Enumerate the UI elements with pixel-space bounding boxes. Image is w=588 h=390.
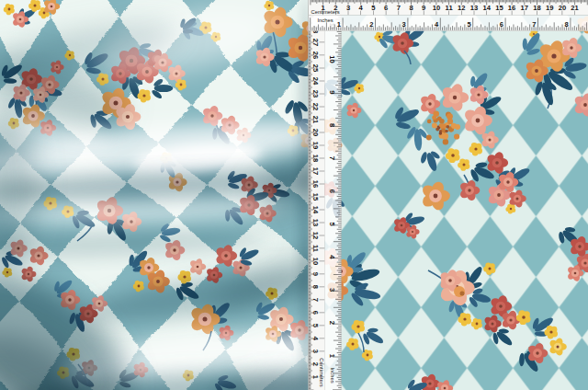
svg-text:11: 11: [311, 245, 320, 253]
svg-text:3: 3: [328, 288, 336, 292]
svg-text:13: 13: [470, 4, 478, 12]
svg-text:3: 3: [311, 350, 320, 353]
svg-text:9: 9: [422, 4, 425, 12]
svg-text:17: 17: [311, 167, 320, 175]
svg-text:18: 18: [533, 4, 540, 12]
svg-text:14: 14: [311, 206, 320, 214]
svg-text:22: 22: [311, 103, 320, 110]
svg-text:8: 8: [311, 285, 320, 289]
svg-text:26: 26: [311, 52, 320, 59]
svg-text:7: 7: [532, 20, 536, 29]
svg-text:12: 12: [458, 4, 465, 12]
svg-text:27: 27: [311, 39, 320, 46]
svg-text:Inches: Inches: [318, 17, 334, 23]
svg-text:19: 19: [311, 142, 320, 149]
svg-text:2: 2: [369, 20, 373, 29]
svg-text:17: 17: [521, 4, 528, 12]
svg-text:2: 2: [328, 321, 336, 325]
svg-text:12: 12: [311, 232, 320, 239]
svg-text:24: 24: [311, 77, 320, 86]
svg-text:10: 10: [433, 4, 440, 12]
svg-text:2: 2: [311, 362, 320, 366]
svg-text:14: 14: [482, 4, 491, 12]
svg-text:10: 10: [311, 258, 320, 265]
svg-text:6: 6: [328, 189, 336, 193]
svg-text:3: 3: [402, 20, 406, 29]
svg-text:23: 23: [311, 90, 320, 98]
svg-text:Centimeters: Centimeters: [319, 358, 324, 386]
svg-text:7: 7: [328, 156, 336, 160]
svg-text:25: 25: [311, 64, 320, 73]
svg-text:8: 8: [409, 4, 413, 12]
svg-text:21: 21: [571, 4, 579, 12]
svg-text:3: 3: [346, 4, 350, 12]
svg-text:8: 8: [565, 20, 569, 29]
svg-text:11: 11: [446, 4, 454, 12]
svg-text:9: 9: [311, 272, 320, 276]
svg-text:Inches: Inches: [330, 367, 335, 383]
svg-text:13: 13: [311, 219, 320, 226]
svg-text:6: 6: [500, 20, 503, 29]
svg-text:19: 19: [546, 4, 553, 12]
svg-text:16: 16: [508, 4, 515, 12]
svg-text:Centimeters: Centimeters: [311, 9, 340, 15]
svg-text:20: 20: [311, 129, 320, 136]
svg-text:21: 21: [311, 116, 320, 124]
svg-text:15: 15: [311, 193, 320, 201]
svg-text:15: 15: [495, 4, 503, 12]
svg-text:10: 10: [328, 55, 336, 63]
svg-text:18: 18: [311, 155, 320, 162]
svg-text:16: 16: [311, 180, 320, 188]
svg-text:20: 20: [559, 4, 566, 12]
svg-text:8: 8: [328, 123, 336, 127]
svg-text:6: 6: [384, 4, 388, 12]
svg-text:7: 7: [311, 298, 320, 302]
svg-text:9: 9: [328, 90, 336, 94]
svg-text:7: 7: [397, 4, 401, 12]
svg-text:6: 6: [311, 311, 320, 315]
